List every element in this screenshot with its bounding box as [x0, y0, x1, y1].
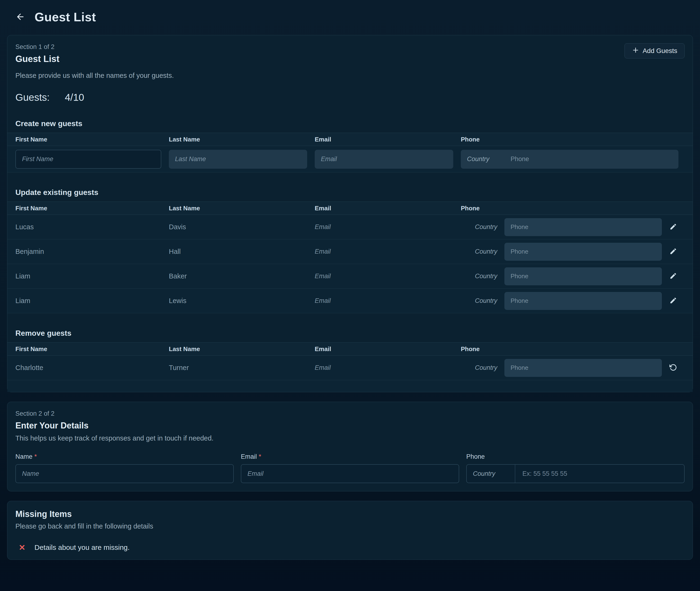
guest-last-name: Turner: [169, 364, 315, 372]
new-email-input[interactable]: [315, 150, 453, 169]
add-guests-button[interactable]: Add Guests: [625, 43, 685, 58]
page-title: Guest List: [35, 10, 96, 24]
edit-guest-button[interactable]: [667, 271, 679, 282]
guest-phone-input[interactable]: [505, 243, 662, 261]
update-guests-heading: Update existing guests: [15, 188, 685, 197]
phone-label: Phone: [466, 453, 685, 460]
new-phone-group: Country Phone: [461, 150, 679, 169]
guest-phone-input[interactable]: [505, 359, 662, 377]
guest-first-name: Liam: [15, 272, 169, 280]
column-header-phone: Phone: [461, 136, 685, 143]
your-country-select[interactable]: Country: [467, 465, 515, 483]
remove-guests-heading: Remove guests: [15, 329, 685, 338]
guest-phone-input[interactable]: [505, 218, 662, 236]
guest-last-name: Lewis: [169, 297, 315, 305]
guest-last-name: Davis: [169, 223, 315, 231]
guests-count: 4/10: [65, 92, 84, 103]
guest-first-name: Lucas: [15, 223, 169, 231]
create-guests-heading: Create new guests: [15, 119, 685, 128]
column-header-last-name: Last Name: [169, 136, 315, 143]
new-first-name-input[interactable]: [15, 150, 161, 169]
email-label: Email*: [241, 453, 459, 460]
update-guest-row: Liam Baker Email Country: [7, 264, 693, 289]
arrow-left-icon: [16, 12, 25, 22]
section1-card: Section 1 of 2 Guest List Add Guests Ple…: [7, 35, 693, 392]
plus-icon: [632, 46, 639, 56]
guest-last-name: Baker: [169, 272, 315, 280]
create-guest-row: Country Phone: [7, 146, 693, 173]
back-button[interactable]: [14, 11, 26, 23]
name-field-group: Name*: [15, 453, 234, 483]
guest-email-field: Email: [315, 248, 461, 255]
section2-card: Section 2 of 2 Enter Your Details This h…: [7, 402, 693, 491]
guest-first-name: Charlotte: [15, 364, 169, 372]
section2-description: This helps us keep track of responses an…: [15, 435, 685, 442]
section1-description: Please provide us with all the names of …: [15, 72, 685, 79]
new-country-select[interactable]: Country: [461, 155, 511, 163]
edit-guest-button[interactable]: [667, 295, 679, 307]
update-guests-table: First Name Last Name Email Phone Lucas D…: [7, 202, 693, 313]
new-last-name-input[interactable]: [169, 150, 307, 169]
remove-guests-table: First Name Last Name Email Phone Charlot…: [7, 342, 693, 392]
column-header-phone: Phone: [461, 205, 662, 212]
update-guest-row: Lucas Davis Email Country: [7, 215, 693, 240]
column-header-phone: Phone: [461, 345, 662, 353]
column-header-email: Email: [315, 136, 461, 143]
pencil-icon: [669, 297, 677, 305]
phone-field-group: Phone Country: [466, 453, 685, 483]
edit-guest-button[interactable]: [667, 221, 679, 233]
guests-label: Guests:: [15, 92, 50, 103]
section1-title: Guest List: [15, 54, 59, 64]
column-header-first-name: First Name: [15, 136, 169, 143]
missing-items-card: Missing Items Please go back and fill in…: [7, 501, 693, 560]
guest-email-field: Email: [315, 273, 461, 280]
guest-phone-input[interactable]: [505, 267, 662, 285]
error-x-icon: ✕: [19, 543, 25, 551]
guest-country-select[interactable]: Country: [475, 248, 497, 255]
update-table-header: First Name Last Name Email Phone: [7, 202, 693, 215]
pencil-icon: [669, 248, 677, 256]
section1-label: Section 1 of 2: [15, 43, 59, 51]
column-header-last-name: Last Name: [169, 345, 315, 353]
new-phone-input[interactable]: Phone: [511, 155, 529, 163]
guest-last-name: Hall: [169, 248, 315, 256]
missing-item-text: Details about you are missing.: [35, 543, 130, 551]
section2-title: Enter Your Details: [15, 421, 685, 431]
remove-guest-row: Charlotte Turner Email Country: [7, 355, 693, 380]
your-name-input[interactable]: [15, 464, 234, 483]
pencil-icon: [669, 272, 677, 280]
guest-phone-input[interactable]: [505, 292, 662, 310]
create-table-header: First Name Last Name Email Phone: [7, 133, 693, 146]
edit-guest-button[interactable]: [667, 246, 679, 257]
guest-email-field: Email: [315, 223, 461, 231]
column-header-first-name: First Name: [15, 345, 169, 353]
add-guests-label: Add Guests: [643, 47, 677, 55]
email-field-group: Email*: [241, 453, 459, 483]
your-phone-group: Country: [466, 464, 685, 483]
top-bar: Guest List: [0, 0, 700, 24]
guest-country-select[interactable]: Country: [475, 364, 497, 372]
required-asterisk: *: [259, 453, 261, 460]
column-header-last-name: Last Name: [169, 205, 315, 212]
missing-items-title: Missing Items: [15, 509, 685, 519]
update-guest-row: Benjamin Hall Email Country: [7, 240, 693, 264]
guest-country-select[interactable]: Country: [475, 297, 497, 305]
update-guest-row: Liam Lewis Email Country: [7, 289, 693, 313]
guest-first-name: Benjamin: [15, 248, 169, 256]
column-header-email: Email: [315, 345, 461, 353]
restore-guest-button[interactable]: [667, 362, 679, 374]
column-header-first-name: First Name: [15, 205, 169, 212]
guest-country-select[interactable]: Country: [475, 273, 497, 280]
column-header-email: Email: [315, 205, 461, 212]
missing-item: ✕ Details about you are missing.: [15, 543, 685, 551]
remove-table-header: First Name Last Name Email Phone: [7, 342, 693, 355]
name-label: Name*: [15, 453, 234, 460]
your-phone-input[interactable]: [515, 465, 684, 483]
missing-items-description: Please go back and fill in the following…: [15, 522, 685, 530]
your-email-input[interactable]: [241, 464, 459, 483]
guest-country-select[interactable]: Country: [475, 223, 497, 231]
create-guests-table: First Name Last Name Email Phone Country: [7, 133, 693, 173]
guest-list-page: Guest List Section 1 of 2 Guest List Add…: [0, 0, 700, 591]
required-asterisk: *: [34, 453, 37, 460]
guest-email-field: Email: [315, 297, 461, 305]
